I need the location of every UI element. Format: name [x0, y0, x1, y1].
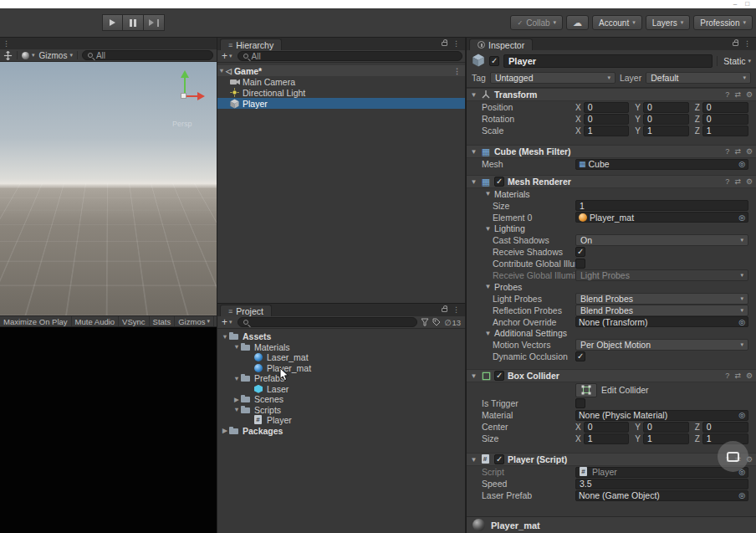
position-x-field[interactable]: 0: [584, 102, 630, 113]
tag-dropdown[interactable]: Untagged ▾: [490, 72, 616, 84]
create-menu-button[interactable]: + ▾: [220, 318, 234, 326]
settings-gear-icon[interactable]: ⚙: [746, 90, 753, 99]
rotation-y-field[interactable]: 0: [643, 114, 689, 125]
kebab-menu-icon[interactable]: ⋮: [3, 39, 10, 48]
receive-shadows-checkbox[interactable]: [575, 247, 585, 257]
contribute-gi-checkbox[interactable]: [575, 259, 585, 269]
minimize-icon[interactable]: –: [733, 0, 737, 8]
shading-mode-dropdown[interactable]: ▾: [22, 52, 35, 59]
project-tree-row[interactable]: ▼ Scripts: [217, 405, 465, 416]
gizmo-x-axis-icon[interactable]: [197, 92, 205, 100]
settings-gear-icon[interactable]: ⚙: [746, 147, 753, 156]
presets-icon[interactable]: ⇄: [734, 90, 741, 99]
foldout-open-icon[interactable]: ▼: [470, 148, 478, 156]
lock-icon[interactable]: [442, 42, 447, 46]
object-picker-icon[interactable]: ◎: [738, 411, 745, 419]
foldout-icon[interactable]: ▼: [232, 343, 241, 351]
help-icon[interactable]: ?: [725, 177, 729, 186]
mesh-renderer-component-header[interactable]: ▼ ▦ Mesh Renderer ?⇄⚙: [467, 175, 756, 188]
hierarchy-item-player[interactable]: Player: [217, 98, 465, 109]
static-dropdown[interactable]: Static ▾: [717, 56, 751, 66]
step-button[interactable]: [144, 14, 165, 31]
project-tree-row[interactable]: Player: [217, 415, 465, 426]
account-dropdown[interactable]: Account ▾: [592, 15, 642, 30]
move-gizmo[interactable]: [170, 70, 207, 109]
edit-collider-button[interactable]: [575, 383, 597, 397]
laser-prefab-field[interactable]: None (Game Object) ◎: [575, 490, 748, 501]
project-tree-row[interactable]: Laser_mat: [217, 352, 465, 363]
motion-vectors-dropdown[interactable]: Per Object Motion▾: [575, 339, 748, 351]
search-by-type-icon[interactable]: [421, 318, 429, 326]
create-menu-button[interactable]: + ▾: [220, 52, 234, 60]
kebab-menu-icon[interactable]: ⋮: [452, 39, 460, 48]
lighting-foldout[interactable]: ▼Lighting: [467, 223, 756, 235]
presets-icon[interactable]: ⇄: [734, 147, 741, 156]
layer-dropdown[interactable]: Default ▾: [646, 72, 751, 84]
lock-icon[interactable]: [442, 308, 447, 312]
project-tree-row[interactable]: ▼ Materials: [217, 342, 465, 353]
materials-size-field[interactable]: 1: [575, 200, 748, 211]
foldout-open-icon[interactable]: ▼: [470, 456, 478, 464]
box-collider-component-header[interactable]: ▼ Box Collider ?⇄⚙: [467, 369, 756, 382]
object-picker-icon[interactable]: ◎: [738, 491, 745, 500]
script-enabled-checkbox[interactable]: [494, 454, 504, 464]
scene-view-canvas[interactable]: Persp: [0, 62, 217, 315]
layers-dropdown[interactable]: Layers ▾: [646, 15, 691, 30]
gizmo-center-handle[interactable]: [181, 93, 186, 99]
hierarchy-scene-row[interactable]: ▼ ◁ Game* ⋮: [217, 65, 465, 76]
game-gizmos-dropdown[interactable]: Gizmos▾: [175, 316, 214, 326]
rotation-x-field[interactable]: 0: [584, 114, 630, 125]
box-collider-enabled-checkbox[interactable]: [494, 371, 504, 381]
scene-search-input[interactable]: All: [82, 50, 213, 60]
additional-settings-foldout[interactable]: ▼Additional Settings: [467, 328, 756, 340]
foldout-icon[interactable]: ▶: [232, 396, 241, 403]
vsync-button[interactable]: VSync: [119, 316, 149, 326]
tab-hierarchy[interactable]: ≡ Hierarchy: [220, 38, 282, 50]
materials-foldout[interactable]: ▼Materials: [467, 188, 756, 200]
material-preview-header[interactable]: Player_mat: [467, 516, 756, 533]
rotation-z-field[interactable]: 0: [702, 114, 748, 125]
move-tool-icon[interactable]: [3, 51, 13, 60]
project-tree-row[interactable]: ▶ Scenes: [217, 394, 465, 405]
cast-shadows-dropdown[interactable]: On▾: [575, 234, 748, 246]
project-tree-row[interactable]: ▼ Assets: [217, 331, 465, 342]
tab-project[interactable]: ≡ Project: [220, 305, 272, 316]
help-icon[interactable]: ?: [725, 147, 729, 156]
stats-button[interactable]: Stats: [150, 316, 176, 326]
foldout-open-icon[interactable]: ▼: [470, 372, 478, 380]
mesh-renderer-enabled-checkbox[interactable]: [494, 177, 504, 187]
dynamic-occlusion-checkbox[interactable]: [575, 351, 585, 361]
project-tree-row[interactable]: Player_mat: [217, 363, 465, 374]
help-icon[interactable]: ?: [725, 90, 729, 99]
gameobject-name-field[interactable]: Player: [503, 54, 713, 68]
position-z-field[interactable]: 0: [702, 102, 748, 113]
mesh-object-field[interactable]: ▦ Cube ◎: [575, 159, 748, 170]
scale-x-field[interactable]: 1: [584, 126, 630, 136]
foldout-icon[interactable]: ▼: [221, 333, 229, 341]
project-tree-row[interactable]: ▼ Prefabs: [217, 373, 465, 384]
player-script-component-header[interactable]: ▼ Player (Script) ?⇄⚙: [467, 453, 756, 466]
object-picker-icon[interactable]: ◎: [738, 318, 745, 326]
object-picker-icon[interactable]: ◎: [738, 213, 745, 222]
settings-gear-icon[interactable]: ⚙: [746, 372, 753, 380]
reflection-probes-dropdown[interactable]: Blend Probes▾: [575, 305, 748, 316]
lock-icon[interactable]: [733, 42, 738, 46]
game-view-canvas[interactable]: [0, 327, 217, 533]
pause-button[interactable]: [123, 14, 144, 31]
anchor-override-field[interactable]: None (Transform) ◎: [575, 316, 748, 327]
probes-foldout[interactable]: ▼Probes: [467, 281, 756, 293]
mute-audio-button[interactable]: Mute Audio: [72, 316, 120, 326]
size-y-field[interactable]: 1: [643, 433, 689, 444]
help-icon[interactable]: ?: [725, 372, 729, 380]
layout-dropdown[interactable]: Profession ▾: [693, 15, 753, 30]
kebab-menu-icon[interactable]: ⋮: [743, 39, 751, 48]
foldout-icon[interactable]: ▼: [232, 375, 241, 382]
position-y-field[interactable]: 0: [643, 102, 689, 113]
project-search-input[interactable]: [238, 317, 418, 327]
collab-dropdown[interactable]: ✓ Collab ▾: [510, 15, 563, 30]
cloud-button[interactable]: ☁: [566, 15, 589, 30]
size-x-field[interactable]: 1: [584, 433, 630, 444]
physic-material-field[interactable]: None (Physic Material) ◎: [575, 410, 748, 421]
hidden-items-indicator[interactable]: ∅ 13: [444, 318, 462, 327]
scene-gizmos-dropdown[interactable]: Gizmos ▾: [39, 51, 73, 60]
